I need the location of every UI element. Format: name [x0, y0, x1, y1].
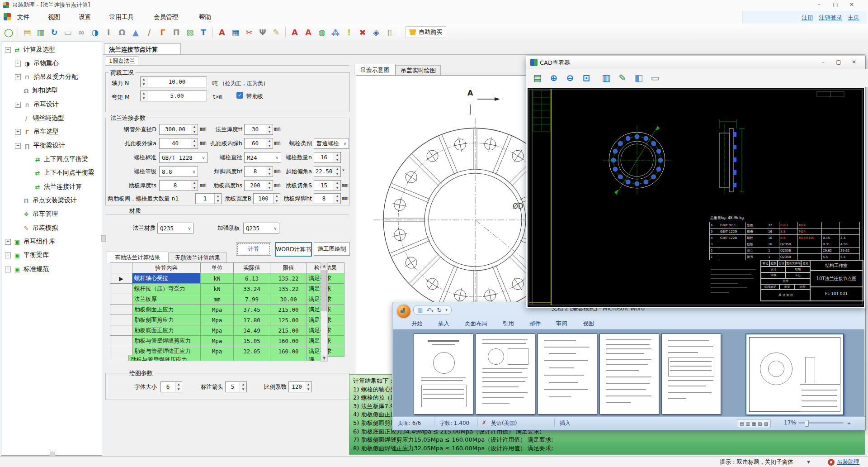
- tree-item-lift-simulation[interactable]: ✎吊装模拟: [23, 223, 58, 233]
- bolt-category-select[interactable]: 普通螺栓∨: [314, 138, 349, 149]
- table-scrollbar[interactable]: ▲ ▼: [321, 262, 328, 362]
- rib-material-select[interactable]: Q235∨: [243, 223, 279, 234]
- calculate-button[interactable]: 计算: [236, 242, 271, 256]
- flange-material-select[interactable]: Q235∨: [157, 223, 193, 234]
- tree-item-lug-design[interactable]: +∩吊耳设计: [15, 100, 59, 110]
- frame-icon[interactable]: Π: [170, 26, 182, 38]
- print-icon[interactable]: ▭: [62, 26, 74, 38]
- table-row[interactable]: 肋板与管壁焊缝剪应力Mpa15.05160.00满足要求: [110, 336, 344, 346]
- col-actual[interactable]: 实际值: [234, 263, 270, 273]
- close-x-icon[interactable]: ✖: [357, 26, 368, 38]
- bolt-diameter-select[interactable]: M24∨: [244, 152, 281, 163]
- mdi-tab-flange-calc[interactable]: 法兰连接节点计算: [104, 43, 181, 55]
- gravity-center-icon[interactable]: ◑: [89, 26, 101, 38]
- minimize-button[interactable]: –: [811, 0, 827, 9]
- page-thumbnail[interactable]: [599, 334, 659, 415]
- tree-item-crane-selection[interactable]: +Γ吊车选型: [15, 127, 59, 137]
- calculator-icon[interactable]: ▦: [230, 26, 241, 38]
- spellcheck-icon[interactable]: ✗: [482, 419, 486, 426]
- expand-toggle[interactable]: −: [15, 143, 21, 149]
- tab-home[interactable]: 开始: [409, 319, 425, 329]
- tab-ribbed-results[interactable]: 有肋法兰计算结果: [107, 252, 168, 263]
- tree-item-same-point-beam[interactable]: ⇄上下同点平衡梁: [34, 154, 88, 164]
- expand-toggle[interactable]: +: [5, 253, 11, 258]
- spinner-arrows[interactable]: ▲▼: [141, 77, 147, 87]
- splitter-grip[interactable]: [50, 452, 55, 456]
- font-icon[interactable]: A: [302, 26, 314, 38]
- tab-page-layout[interactable]: 页面布局: [462, 319, 490, 329]
- cad-canvas[interactable]: 总重量kg: 48.96 kg 6GB/T 97.1垫圈328.8HM24 5G…: [528, 88, 864, 307]
- language-indicator[interactable]: 英语(美国): [491, 419, 517, 427]
- cad-close-button[interactable]: ✕: [846, 58, 862, 67]
- open-icon[interactable]: ▤: [531, 71, 544, 85]
- hole-inner-stepper[interactable]: 60▲▼: [244, 138, 273, 149]
- view-icon[interactable]: ◧: [632, 71, 646, 85]
- subtab-disc-flange[interactable]: 1圆盘法兰: [106, 56, 138, 66]
- book-icon[interactable]: ◈: [370, 26, 382, 38]
- tab-insert[interactable]: 插入: [435, 319, 452, 329]
- expand-toggle[interactable]: +: [15, 74, 21, 80]
- globe-icon[interactable]: ◍: [316, 26, 328, 38]
- bolt-standard-select[interactable]: GB/T 1228∨: [159, 152, 208, 163]
- table-row[interactable]: ▶螺杆轴心受拉kN6.13135.22满足要求: [110, 273, 344, 284]
- expand-toggle[interactable]: +: [5, 239, 11, 245]
- tree-item-wire-rope[interactable]: ∕钢丝绳选型: [23, 113, 64, 123]
- page-thumbnail[interactable]: [414, 334, 473, 415]
- tree-item-flange-calc[interactable]: ⇄法兰连接计算: [34, 182, 82, 192]
- construction-drawing-button[interactable]: 施工图绘制: [314, 242, 350, 256]
- zoom-slider-thumb[interactable]: [805, 420, 809, 427]
- rigging-fork-icon[interactable]: Ψ: [257, 26, 269, 38]
- beam-icon[interactable]: I: [103, 26, 114, 38]
- zoom-in-button[interactable]: ＋: [846, 419, 852, 427]
- table-row[interactable]: 肋板侧面剪应力Mpa17.80125.00满足要求: [110, 315, 344, 325]
- menu-settings[interactable]: 设置: [76, 12, 94, 22]
- home-link[interactable]: 主页: [848, 14, 859, 22]
- zoom-out-button[interactable]: −: [793, 419, 797, 426]
- vertical-splitter-grip[interactable]: [101, 235, 106, 242]
- maximize-button[interactable]: ▢: [828, 0, 843, 9]
- view-switcher[interactable]: ▤▥▦▧▨: [737, 419, 771, 428]
- table-row[interactable]: 肋板底面正应力Mpa34.49215.00满足要求: [110, 325, 344, 336]
- menu-view[interactable]: 视图: [45, 12, 63, 22]
- undo-icon[interactable]: ↶▾: [426, 307, 433, 314]
- axial-force-stepper[interactable]: 10.00▲▼: [140, 76, 207, 87]
- nodes-icon[interactable]: ⁂: [330, 26, 341, 38]
- register-link[interactable]: 注册: [802, 14, 813, 22]
- zoom-in-icon[interactable]: ⊕: [547, 71, 561, 85]
- rib-height-stepper[interactable]: 200▲▼: [244, 180, 273, 191]
- tab-mailings[interactable]: 邮件: [527, 319, 543, 329]
- start-angle-stepper[interactable]: 22.50▲▼: [314, 166, 341, 177]
- zoom-out-icon[interactable]: ⊖: [563, 71, 577, 85]
- menu-tools[interactable]: 常用工具: [107, 12, 137, 22]
- font-size-stepper[interactable]: 6▲▼: [160, 381, 182, 392]
- wire-rope-icon[interactable]: ∕: [143, 26, 155, 38]
- expand-toggle[interactable]: −: [5, 47, 11, 53]
- print-icon[interactable]: ▭: [648, 71, 662, 85]
- tab-sketch-view[interactable]: 吊盖示意图: [354, 64, 396, 76]
- page-thumbnail[interactable]: [661, 334, 721, 415]
- rib-thickness-stepper[interactable]: 8▲▼: [159, 180, 198, 191]
- tree-item-calc-selection[interactable]: −⇄计算及选型: [5, 45, 55, 55]
- spinner-arrows[interactable]: ▲▼: [141, 91, 147, 101]
- tab-view[interactable]: 视图: [580, 319, 597, 329]
- tree-item-balance-beam[interactable]: −∏平衡梁设计: [15, 141, 65, 151]
- page-thumbnail[interactable]: [476, 334, 535, 415]
- lug-icon[interactable]: ▲: [130, 26, 142, 38]
- redo-icon[interactable]: ↻: [437, 307, 442, 314]
- rib-checkbox[interactable]: ✓: [236, 92, 243, 99]
- tree-item-mount-beam[interactable]: Π吊点安装梁设计: [23, 195, 77, 205]
- customize-qat-icon[interactable]: ▾: [445, 308, 448, 312]
- save-icon[interactable]: ▥: [599, 71, 613, 85]
- cad-minimize-button[interactable]: –: [816, 58, 831, 67]
- edit-icon[interactable]: ✎: [270, 26, 282, 38]
- tree-item-lift-force[interactable]: +⊓抬吊及受力分配: [15, 72, 78, 82]
- moment-stepper[interactable]: 5.00▲▼: [140, 91, 207, 101]
- tree-item-crane-manage[interactable]: ❖吊车管理: [23, 209, 58, 219]
- link-icon[interactable]: ∞: [75, 26, 87, 38]
- new-drawing-icon[interactable]: ◯: [3, 26, 14, 38]
- rib-width-stepper[interactable]: 100▲▼: [253, 193, 280, 204]
- tree-item-standards[interactable]: +▣标准规范: [5, 264, 49, 274]
- save-icon[interactable]: ▥: [35, 26, 47, 38]
- table-row-partial[interactable]: 肋板与管壁焊缝压应力 满足要求: [110, 355, 321, 361]
- tree-item-load-cg[interactable]: +◑吊物重心: [15, 58, 59, 68]
